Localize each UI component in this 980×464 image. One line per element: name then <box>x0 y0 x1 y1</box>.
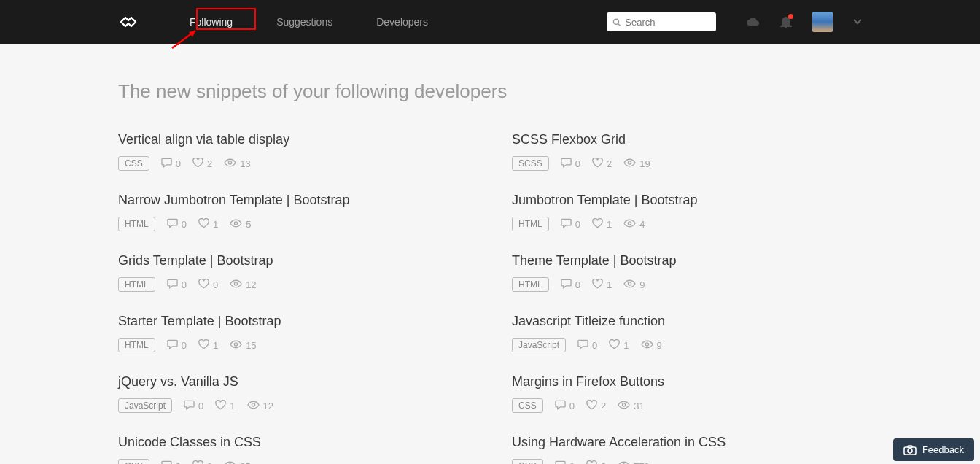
page-title: The new snippets of your following devel… <box>118 80 862 103</box>
comments-stat[interactable]: 0 <box>184 400 203 412</box>
heart-icon <box>198 339 209 352</box>
snippet-title-link[interactable]: jQuery vs. Vanilla JS <box>118 374 468 390</box>
language-tag[interactable]: HTML <box>512 277 549 292</box>
search-input[interactable] <box>625 17 710 28</box>
nav-following[interactable]: Following <box>182 12 240 31</box>
snippet-meta: JavaScript0112 <box>118 398 468 413</box>
snippet-meta: HTML0012 <box>118 277 468 292</box>
comments-stat[interactable]: 0 <box>161 158 181 170</box>
views-stat[interactable]: 4 <box>623 219 645 230</box>
comment-icon <box>561 218 572 231</box>
snippet-title-link[interactable]: Starter Template | Bootstrap <box>118 314 468 329</box>
language-tag[interactable]: JavaScript <box>118 398 172 413</box>
cloud-icon[interactable] <box>745 16 760 28</box>
snippet-meta: HTML014 <box>512 217 862 231</box>
comments-stat[interactable]: 0 <box>555 400 575 412</box>
heart-icon <box>592 218 603 231</box>
comments-stat[interactable]: 0 <box>578 339 597 352</box>
views-stat[interactable]: 15 <box>230 340 256 351</box>
heart-icon <box>198 279 209 291</box>
heart-icon <box>586 400 597 412</box>
views-stat[interactable]: 9 <box>641 340 662 351</box>
views-stat[interactable]: 9 <box>623 279 645 290</box>
nav-suggestions[interactable]: Suggestions <box>269 12 340 31</box>
eye-icon <box>224 158 236 169</box>
user-menu-chevron[interactable] <box>853 19 862 25</box>
snippet-title-link[interactable]: Vertical align via table display <box>118 132 468 147</box>
likes-stat[interactable]: 2 <box>586 400 606 412</box>
likes-stat[interactable]: 3 <box>586 460 606 465</box>
eye-icon <box>230 279 242 290</box>
svg-point-12 <box>629 282 631 285</box>
logo[interactable] <box>118 12 139 32</box>
likes-stat[interactable]: 1 <box>592 218 612 231</box>
avatar[interactable] <box>812 12 833 32</box>
feedback-button[interactable]: Feedback <box>893 438 974 461</box>
nav-developers[interactable]: Developers <box>369 12 435 31</box>
snippet-item: Vertical align via table displayCSS0213 <box>118 132 468 171</box>
comments-stat[interactable]: 0 <box>167 339 187 352</box>
views-stat[interactable]: 35 <box>224 461 250 465</box>
snippet-title-link[interactable]: Using Hardware Acceleration in CSS <box>512 435 862 450</box>
likes-stat[interactable]: 1 <box>592 279 612 291</box>
likes-stat[interactable]: 2 <box>192 460 212 465</box>
snippet-title-link[interactable]: Margins in Firefox Buttons <box>512 374 862 390</box>
snippet-title-link[interactable]: Theme Template | Bootstrap <box>512 253 862 268</box>
likes-stat[interactable]: 1 <box>198 218 218 231</box>
views-stat[interactable]: 13 <box>224 158 250 169</box>
snippet-meta: HTML019 <box>512 277 862 292</box>
likes-stat[interactable]: 2 <box>592 158 612 170</box>
likes-stat[interactable]: 1 <box>215 400 235 412</box>
snippet-meta: HTML015 <box>118 217 468 231</box>
likes-stat[interactable]: 0 <box>198 279 218 291</box>
snippet-title-link[interactable]: Grids Template | Bootstrap <box>118 253 468 268</box>
comments-stat[interactable]: 0 <box>555 460 575 465</box>
language-tag[interactable]: HTML <box>512 217 549 231</box>
language-tag[interactable]: HTML <box>118 217 155 231</box>
language-tag[interactable]: HTML <box>118 277 155 292</box>
svg-point-10 <box>629 161 631 163</box>
comments-stat[interactable]: 0 <box>561 279 580 291</box>
comments-stat[interactable]: 0 <box>561 218 580 231</box>
likes-stat[interactable]: 1 <box>609 339 629 352</box>
snippet-column-right: SCSS Flexbox GridSCSS0219Jumbotron Templ… <box>512 132 862 464</box>
language-tag[interactable]: CSS <box>118 156 149 171</box>
likes-stat[interactable]: 2 <box>192 158 212 170</box>
views-stat[interactable]: 772 <box>618 461 650 465</box>
heart-icon <box>592 158 603 170</box>
snippet-meta: CSS0235 <box>118 459 468 464</box>
language-tag[interactable]: SCSS <box>512 156 549 171</box>
feedback-label: Feedback <box>922 444 964 455</box>
language-tag[interactable]: CSS <box>118 459 149 464</box>
language-tag[interactable]: JavaScript <box>512 338 566 352</box>
views-stat[interactable]: 12 <box>230 279 256 290</box>
snippet-title-link[interactable]: Javascript Titleize function <box>512 314 862 329</box>
notifications-icon[interactable] <box>780 15 792 28</box>
language-tag[interactable]: HTML <box>118 338 155 352</box>
snippet-title-link[interactable]: Jumbotron Template | Bootstrap <box>512 193 862 208</box>
views-stat[interactable]: 5 <box>230 219 251 230</box>
main-content: The new snippets of your following devel… <box>118 44 862 464</box>
comments-stat[interactable]: 0 <box>167 218 187 231</box>
heart-icon <box>198 218 209 231</box>
comments-stat[interactable]: 0 <box>161 460 181 465</box>
eye-icon <box>230 219 242 230</box>
views-stat[interactable]: 31 <box>618 401 644 411</box>
comment-icon <box>578 339 588 352</box>
language-tag[interactable]: CSS <box>512 459 543 464</box>
comments-stat[interactable]: 0 <box>167 279 187 291</box>
search-box[interactable] <box>607 12 716 31</box>
svg-point-7 <box>235 342 238 345</box>
snippet-meta: CSS03772 <box>512 459 862 464</box>
views-stat[interactable]: 19 <box>623 158 650 169</box>
language-tag[interactable]: CSS <box>512 398 543 413</box>
snippet-meta: JavaScript019 <box>512 338 862 352</box>
views-stat[interactable]: 12 <box>247 401 273 411</box>
snippet-title-link[interactable]: SCSS Flexbox Grid <box>512 132 862 147</box>
snippet-item: Using Hardware Acceleration in CSSCSS037… <box>512 435 862 464</box>
snippet-title-link[interactable]: Narrow Jumbotron Template | Bootstrap <box>118 193 468 208</box>
likes-stat[interactable]: 1 <box>198 339 218 352</box>
comment-icon <box>555 460 566 465</box>
snippet-title-link[interactable]: Unicode Classes in CSS <box>118 435 468 450</box>
comments-stat[interactable]: 0 <box>561 158 580 170</box>
